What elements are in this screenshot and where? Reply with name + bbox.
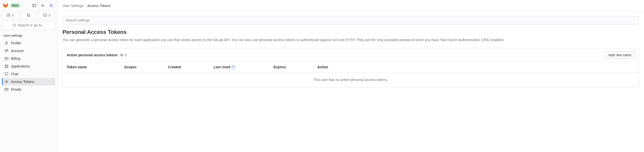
sidebar-item-access-tokens[interactable]: Access Tokens	[2, 78, 55, 85]
sidebar-item-label: Profile	[11, 41, 21, 45]
svg-point-34	[120, 54, 123, 56]
svg-line-21	[15, 26, 16, 27]
main-content: User Settings / Access Tokens Personal A…	[58, 0, 644, 152]
breadcrumb-parent[interactable]: User Settings	[62, 4, 84, 8]
plus-icon[interactable]	[39, 2, 46, 9]
tokens-card-header: Active personal access tokens 0 Add new …	[63, 48, 639, 62]
sidebar-section-label: User settings	[2, 33, 55, 38]
svg-point-24	[7, 49, 8, 50]
tokens-count: 0	[125, 53, 127, 57]
svg-rect-30	[7, 67, 8, 68]
page-title: Personal Access Tokens	[62, 29, 639, 35]
sidebar-collapse-icon[interactable]	[31, 2, 38, 9]
sidebar-item-label: Emails	[11, 87, 22, 91]
tokens-count-pill: 0	[120, 53, 127, 57]
issues-counter[interactable]: 1	[2, 11, 19, 19]
svg-point-32	[6, 81, 7, 82]
token-count-icon	[120, 54, 124, 57]
profile-icon	[4, 41, 8, 45]
account-icon	[4, 49, 8, 53]
search-button[interactable]: Search or go to...	[2, 21, 55, 29]
svg-rect-0	[33, 4, 36, 7]
col-expires: Expires	[274, 65, 317, 69]
sidebar-item-label: Chat	[11, 72, 18, 76]
add-new-token-button[interactable]: Add new token	[605, 51, 635, 59]
breadcrumb-separator: /	[85, 4, 86, 8]
svg-point-16	[27, 13, 28, 14]
todos-count: 2	[48, 13, 50, 17]
gitlab-logo-icon[interactable]	[2, 2, 8, 8]
tokens-table-header: Token name Scopes Created Last Used ? Ex…	[63, 62, 639, 72]
search-placeholder-text: Search or go to...	[18, 23, 44, 27]
chat-icon	[4, 72, 8, 76]
sidebar-item-applications[interactable]: Applications	[2, 63, 55, 70]
col-token-name: Token name	[67, 65, 124, 69]
col-created: Created	[168, 65, 214, 69]
svg-line-9	[52, 5, 52, 5]
col-scopes: Scopes	[124, 65, 168, 69]
sidebar-item-account[interactable]: Account	[2, 47, 55, 55]
billing-icon	[4, 57, 8, 61]
sidebar: Next 1 2	[0, 0, 58, 152]
svg-rect-25	[5, 58, 8, 60]
svg-point-31	[5, 81, 8, 83]
svg-line-8	[50, 5, 50, 5]
sidebar-item-label: Account	[11, 49, 24, 53]
svg-point-18	[29, 15, 30, 16]
email-icon	[4, 87, 8, 91]
svg-point-35	[122, 55, 122, 56]
svg-rect-29	[5, 67, 6, 68]
svg-line-13	[52, 4, 52, 4]
svg-line-11	[52, 6, 52, 7]
svg-line-10	[50, 6, 50, 7]
sidebar-item-emails[interactable]: Emails	[2, 86, 55, 93]
sidebar-item-chat[interactable]: Chat	[2, 70, 55, 78]
svg-point-22	[6, 42, 7, 43]
sidebar-item-billing[interactable]: Billing	[2, 55, 55, 62]
sidebar-item-profile[interactable]: Profile	[2, 39, 55, 47]
token-icon	[4, 80, 8, 84]
tokens-card: Active personal access tokens 0 Add new …	[62, 48, 639, 87]
col-action: Action	[317, 65, 635, 69]
svg-point-17	[27, 15, 28, 16]
svg-point-15	[8, 15, 9, 15]
sidebar-top-row: Next	[2, 2, 55, 9]
applications-icon	[4, 64, 8, 68]
issues-count: 1	[12, 13, 14, 17]
tokens-empty-message: This user has no active personal access …	[63, 72, 639, 87]
svg-rect-28	[7, 65, 8, 66]
breadcrumb: User Settings / Access Tokens	[58, 0, 644, 11]
bug-icon[interactable]	[48, 2, 55, 9]
page-description: You can generate a personal access token…	[62, 37, 639, 43]
help-icon[interactable]: ?	[231, 65, 235, 69]
svg-point-20	[13, 24, 16, 26]
col-last-used: Last Used ?	[214, 65, 274, 69]
tokens-card-label: Active personal access tokens	[67, 53, 118, 57]
svg-line-12	[50, 4, 51, 4]
settings-search-input[interactable]	[62, 16, 639, 24]
sidebar-counters: 1 2	[2, 11, 55, 19]
sidebar-item-label: Applications	[11, 64, 30, 68]
sidebar-item-label: Billing	[11, 57, 20, 61]
svg-point-23	[5, 50, 6, 51]
todos-counter[interactable]: 2	[38, 11, 55, 19]
svg-rect-27	[5, 65, 6, 66]
merge-requests-counter[interactable]	[20, 11, 37, 19]
breadcrumb-current: Access Tokens	[88, 4, 111, 8]
sidebar-item-label: Access Tokens	[11, 80, 34, 84]
next-badge[interactable]: Next	[10, 3, 20, 8]
